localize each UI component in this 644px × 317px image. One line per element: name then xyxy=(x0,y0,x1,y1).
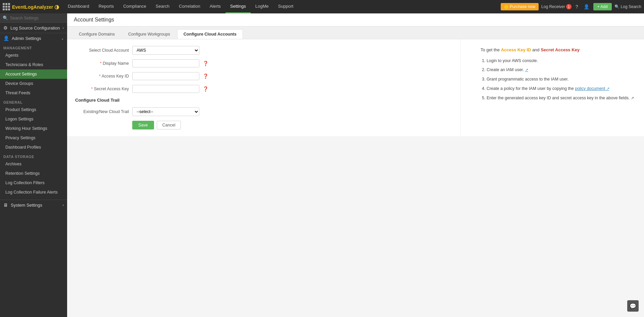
form-button-row: Save Cancel xyxy=(132,121,452,129)
help-step-1: Login to your AWS console. xyxy=(487,57,634,65)
sidebar-item-technicians-roles[interactable]: Technicians & Roles xyxy=(0,60,67,69)
nav-support[interactable]: Support xyxy=(274,0,298,13)
sidebar-item-retention-settings[interactable]: Retention Settings xyxy=(0,169,67,178)
cloud-trail-row: Existing/New Cloud Trail --select-- xyxy=(75,107,452,116)
notification-badge: 1 xyxy=(566,4,572,9)
log-search-button[interactable]: 🔍 Log Search xyxy=(614,4,641,9)
secret-access-key-row: Secret Access Key ❓ xyxy=(75,85,452,93)
user-icon[interactable]: 👤 xyxy=(582,4,591,9)
cancel-button[interactable]: Cancel xyxy=(157,121,181,129)
nav-reports[interactable]: Reports xyxy=(94,0,119,13)
logo-grid xyxy=(3,3,10,10)
tab-configure-workgroups[interactable]: Configure Workgroups xyxy=(122,29,177,39)
save-button[interactable]: Save xyxy=(132,121,154,129)
display-name-row: Display Name ❓ xyxy=(75,59,452,67)
purchase-now-button[interactable]: ⬤ Purchase now xyxy=(501,3,539,10)
access-key-id-help-icon[interactable]: ❓ xyxy=(203,73,208,79)
logo-area: EventLogAnalyzer ◑ xyxy=(3,3,59,10)
cloud-trail-select[interactable]: --select-- xyxy=(132,107,199,116)
nav-compliance[interactable]: Compliance xyxy=(118,0,151,13)
sidebar-item-threat-feeds[interactable]: Threat Feeds xyxy=(0,88,67,98)
access-key-id-label: Access Key ID xyxy=(75,74,129,78)
chevron-down-icon: ⌄ xyxy=(61,37,64,40)
tab-configure-cloud-accounts[interactable]: Configure Cloud Accounts xyxy=(177,29,243,39)
search-icon: 🔍 xyxy=(3,15,8,20)
help-step-3: Grant programmatic access to the IAM use… xyxy=(487,75,634,84)
policy-document-link[interactable]: policy document xyxy=(575,86,609,91)
cloud-trail-label: Existing/New Cloud Trail xyxy=(75,109,129,114)
help-step-2: Create an IAM user. xyxy=(487,66,634,74)
access-key-highlight: Access Key ID xyxy=(501,47,531,52)
management-section-label: Management xyxy=(0,43,67,51)
sidebar-item-product-settings[interactable]: Product Settings xyxy=(0,105,67,114)
sidebar-item-archives[interactable]: Archives xyxy=(0,159,67,169)
nav-items: Dashboard Reports Compliance Search Corr… xyxy=(63,0,501,13)
sidebar-search-area: 🔍 xyxy=(0,13,67,23)
sidebar-item-log-collection-filters[interactable]: Log Collection Filters xyxy=(0,178,67,188)
nav-dashboard[interactable]: Dashboard xyxy=(63,0,94,13)
sidebar-item-system-settings[interactable]: 🖥 System Settings › xyxy=(0,200,67,210)
nav-alerts[interactable]: Alerts xyxy=(205,0,226,13)
help-step-4: Create a policy for the IAM user by copy… xyxy=(487,85,634,93)
help-step-5: Enter the generated access key ID and se… xyxy=(487,94,634,102)
page-title: Account Settings xyxy=(74,17,637,23)
help-panel: To get the Access Key ID and Secret Acce… xyxy=(460,39,644,136)
select-cloud-account-label: Select Cloud Account xyxy=(75,48,129,53)
system-settings-icon: 🖥 xyxy=(3,202,8,208)
secret-access-key-help-icon[interactable]: ❓ xyxy=(203,86,208,92)
sidebar-item-device-groups[interactable]: Device Groups xyxy=(0,79,67,88)
display-name-label: Display Name xyxy=(75,61,129,66)
form-panel: Select Cloud Account AWS Azure GCP Displ… xyxy=(67,39,460,136)
chat-button[interactable]: 💬 xyxy=(627,300,639,312)
sidebar-search-input[interactable] xyxy=(10,16,64,20)
sidebar-item-admin-settings[interactable]: 👤 Admin Settings ⌄ xyxy=(0,33,67,43)
data-storage-section-label: Data Storage xyxy=(0,152,67,159)
admin-icon: 👤 xyxy=(3,36,9,41)
nav-right: ⬤ Purchase now Log Receiver 1 ? 👤 + Add … xyxy=(501,3,641,10)
log-receiver[interactable]: Log Receiver 1 xyxy=(541,4,572,9)
sidebar-item-working-hour-settings[interactable]: Working Hour Settings xyxy=(0,124,67,133)
tabs-bar: Configure Domains Configure Workgroups C… xyxy=(67,27,644,39)
log-source-icon: ⚙ xyxy=(3,25,8,31)
app-body: 🔍 ⚙ Log Source Configuration › 👤 Admin S… xyxy=(0,13,644,317)
sidebar-item-log-collection-failure-alerts[interactable]: Log Collection Failure Alerts xyxy=(0,188,67,197)
external-link-icon xyxy=(631,96,634,100)
sidebar-item-logon-settings[interactable]: Logon Settings xyxy=(0,114,67,124)
top-nav: EventLogAnalyzer ◑ Dashboard Reports Com… xyxy=(0,0,644,13)
page-header: Account Settings xyxy=(67,13,644,27)
sidebar-item-dashboard-profiles[interactable]: Dashboard Profiles xyxy=(0,143,67,152)
cloud-account-select[interactable]: AWS Azure GCP xyxy=(132,46,199,55)
chevron-right-icon-2: › xyxy=(63,203,64,207)
help-steps-list: Login to your AWS console. Create an IAM… xyxy=(481,57,634,102)
nav-correlation[interactable]: Correlation xyxy=(174,0,205,13)
cloud-trail-section-title: Configure Cloud Trail xyxy=(75,98,452,103)
secret-access-key-input[interactable] xyxy=(132,85,199,93)
secret-key-highlight: Secret Access Key xyxy=(541,47,580,52)
select-cloud-account-row: Select Cloud Account AWS Azure GCP xyxy=(75,46,452,55)
sidebar-item-account-settings[interactable]: Account Settings xyxy=(0,69,67,79)
nav-logme[interactable]: LogMe xyxy=(251,0,274,13)
sidebar-item-agents[interactable]: Agents xyxy=(0,51,67,60)
content-wrapper: Select Cloud Account AWS Azure GCP Displ… xyxy=(67,39,644,136)
chevron-right-icon: › xyxy=(63,26,64,30)
tab-configure-domains[interactable]: Configure Domains xyxy=(72,29,121,39)
nav-search[interactable]: Search xyxy=(151,0,174,13)
sidebar-item-privacy-settings[interactable]: Privacy Settings xyxy=(0,133,67,143)
help-panel-title: To get the Access Key ID and Secret Acce… xyxy=(481,46,634,54)
display-name-input[interactable] xyxy=(132,59,199,67)
nav-settings[interactable]: Settings xyxy=(226,0,251,13)
sidebar-item-log-source-config[interactable]: ⚙ Log Source Configuration › xyxy=(0,23,67,33)
chat-icon: 💬 xyxy=(630,303,636,309)
add-button[interactable]: + Add xyxy=(593,3,612,10)
sidebar: 🔍 ⚙ Log Source Configuration › 👤 Admin S… xyxy=(0,13,67,317)
app-logo: EventLogAnalyzer ◑ xyxy=(12,4,59,10)
access-key-id-input[interactable] xyxy=(132,72,199,80)
iam-user-link[interactable] xyxy=(525,67,528,72)
secret-access-key-label: Secret Access Key xyxy=(75,87,129,91)
general-section-label: General xyxy=(0,98,67,105)
form-area: Select Cloud Account AWS Azure GCP Displ… xyxy=(67,39,460,136)
help-icon[interactable]: ? xyxy=(574,4,580,9)
access-key-id-row: Access Key ID ❓ xyxy=(75,72,452,80)
display-name-help-icon[interactable]: ❓ xyxy=(203,61,208,66)
main-content: Account Settings Configure Domains Confi… xyxy=(67,13,644,317)
